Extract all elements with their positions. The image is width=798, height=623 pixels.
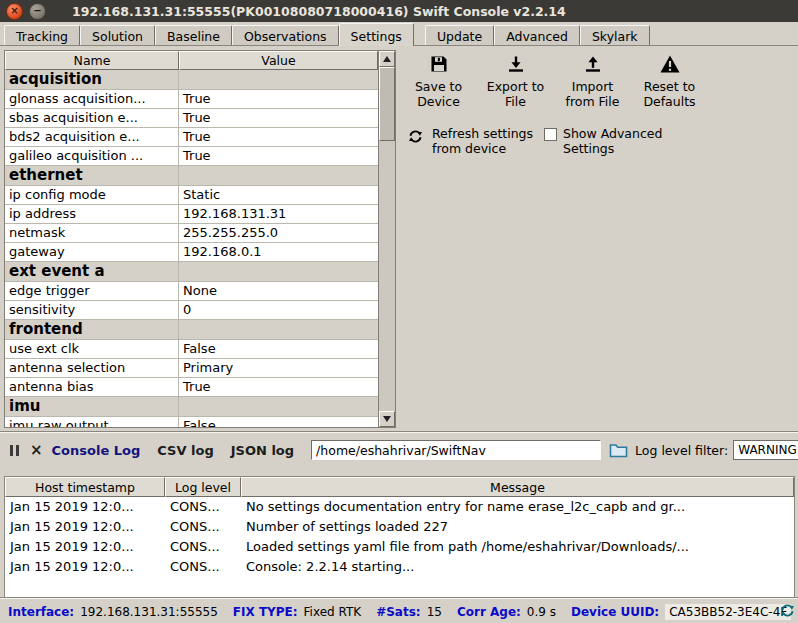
settings-section-row[interactable]: acquisition (5, 70, 378, 90)
tab-settings[interactable]: Settings (339, 23, 414, 46)
scroll-down-button[interactable] (379, 411, 395, 427)
minimize-window-button[interactable]: − (29, 3, 46, 20)
column-header-message[interactable]: Message (241, 477, 794, 497)
settings-row[interactable]: edge triggerNone (5, 282, 378, 301)
setting-value: 0 (179, 301, 378, 319)
json-log-toggle[interactable]: JSON log (231, 443, 294, 458)
setting-name: imu raw output (5, 417, 179, 427)
log-timestamp: Jan 15 2019 12:0... (5, 557, 165, 577)
sync-icon[interactable] (780, 603, 795, 622)
log-message: Number of settings loaded 227 (241, 517, 794, 537)
triangle-down-icon (383, 416, 391, 422)
tab-update[interactable]: Update (425, 25, 494, 45)
settings-row[interactable]: glonass acquisition...True (5, 90, 378, 109)
setting-value (179, 166, 378, 185)
log-row[interactable]: Jan 15 2019 12:0...CONS...No settings do… (5, 497, 794, 517)
settings-row[interactable]: use ext clkFalse (5, 340, 378, 359)
column-header-value[interactable]: Value (179, 51, 378, 70)
setting-name: antenna selection (5, 359, 179, 377)
column-header-log-level[interactable]: Log level (165, 477, 241, 497)
tab-advanced[interactable]: Advanced (494, 25, 580, 45)
close-console-button[interactable]: × (30, 443, 43, 458)
column-header-host-timestamp[interactable]: Host timestamp (5, 477, 165, 497)
settings-scrollbar[interactable] (378, 51, 395, 427)
status-value: 0.9 s (527, 605, 556, 619)
setting-name: galileo acquisition ... (5, 147, 179, 165)
refresh-settings-button[interactable] (408, 129, 423, 148)
status-label: Device UUID: (571, 605, 659, 619)
checkbox-icon[interactable] (544, 128, 557, 141)
log-timestamp: Jan 15 2019 12:0... (5, 537, 165, 557)
settings-row[interactable]: netmask255.255.255.0 (5, 224, 378, 243)
setting-value: True (179, 109, 378, 127)
column-header-name[interactable]: Name (5, 51, 179, 70)
settings-section-row[interactable]: ethernet (5, 166, 378, 186)
pause-button[interactable] (10, 445, 19, 456)
refresh-advanced-row: Refresh settings from device Show Advanc… (402, 126, 796, 156)
settings-row[interactable]: ip config modeStatic (5, 186, 378, 205)
reset-to-defaults-button[interactable]: Reset to Defaults (633, 52, 706, 112)
close-window-button[interactable]: × (6, 3, 23, 20)
setting-name: bds2 acquisition e... (5, 128, 179, 146)
setting-value: True (179, 378, 378, 396)
csv-log-toggle[interactable]: CSV log (157, 443, 213, 458)
log-message: No settings documentation entry for name… (241, 497, 794, 517)
folder-icon[interactable] (609, 443, 628, 458)
window-title: 192.168.131.31:55555(PK00108080718000416… (72, 4, 566, 19)
close-icon: × (10, 6, 18, 16)
status-value: 192.168.131.31:55555 (80, 605, 218, 619)
setting-name: netmask (5, 224, 179, 242)
tab-skylark[interactable]: Skylark (580, 25, 650, 45)
setting-value: True (179, 147, 378, 165)
tab-solution[interactable]: Solution (80, 25, 155, 45)
tab-baseline[interactable]: Baseline (155, 25, 232, 45)
status-interface: Interface:192.168.131.31:55555 (8, 601, 218, 620)
settings-row[interactable]: antenna biasTrue (5, 378, 378, 397)
log-row[interactable]: Jan 15 2019 12:0...CONS...Number of sett… (5, 517, 794, 537)
settings-row[interactable]: sbas acquisition e...True (5, 109, 378, 128)
status-corr-age: Corr Age:0.9 s (457, 601, 556, 620)
settings-table-header: Name Value (5, 51, 378, 70)
log-level-filter-select[interactable]: WARNING (733, 440, 798, 460)
log-level: CONS... (165, 497, 241, 517)
settings-section-row[interactable]: ext event a (5, 262, 378, 282)
status-label: FIX TYPE: (233, 605, 298, 619)
scrollbar-thumb[interactable] (379, 67, 395, 141)
settings-row[interactable]: gateway192.168.0.1 (5, 243, 378, 262)
console-toolbar: × Console Log CSV log JSON log Log level… (0, 432, 798, 465)
settings-table-body: Name Value acquisitionglonass acquisitio… (5, 51, 378, 427)
setting-value: 255.255.255.0 (179, 224, 378, 242)
settings-row[interactable]: sensitivity0 (5, 301, 378, 320)
settings-table: Name Value acquisitionglonass acquisitio… (4, 50, 396, 428)
export-to-file-button[interactable]: Export to File (479, 52, 552, 112)
setting-value: False (179, 417, 378, 427)
setting-value: True (179, 128, 378, 146)
import-up-arrow-icon (583, 54, 603, 78)
log-path-input[interactable] (311, 440, 601, 460)
setting-name: sensitivity (5, 301, 179, 319)
setting-name: edge trigger (5, 282, 179, 300)
setting-name: frontend (5, 320, 179, 339)
show-advanced-checkbox[interactable]: Show Advanced Settings (544, 126, 665, 156)
log-row[interactable]: Jan 15 2019 12:0...CONS...Console: 2.2.1… (5, 557, 794, 577)
titlebar: × − 192.168.131.31:55555(PK0010808071800… (0, 0, 798, 22)
settings-row[interactable]: galileo acquisition ...True (5, 147, 378, 166)
save-to-device-button[interactable]: Save to Device (402, 52, 475, 112)
settings-section-row[interactable]: frontend (5, 320, 378, 340)
log-level: CONS... (165, 557, 241, 577)
action-button-label: Export to File (479, 80, 552, 110)
settings-row[interactable]: bds2 acquisition e...True (5, 128, 378, 147)
settings-row[interactable]: imu raw outputFalse (5, 417, 378, 427)
log-level-value: WARNING (738, 443, 797, 457)
settings-row[interactable]: ip address192.168.131.31 (5, 205, 378, 224)
tab-tracking[interactable]: Tracking (4, 25, 80, 45)
settings-section-row[interactable]: imu (5, 397, 378, 417)
scroll-up-button[interactable] (379, 51, 395, 67)
status-sats: #Sats:15 (376, 601, 442, 620)
tab-observations[interactable]: Observations (232, 25, 339, 45)
export-down-arrow-icon (506, 54, 526, 78)
import-from-file-button[interactable]: Import from File (556, 52, 629, 112)
log-row[interactable]: Jan 15 2019 12:0...CONS...Loaded setting… (5, 537, 794, 557)
status-value: CA53BB52-3E4C-4F (665, 604, 791, 620)
settings-row[interactable]: antenna selectionPrimary (5, 359, 378, 378)
